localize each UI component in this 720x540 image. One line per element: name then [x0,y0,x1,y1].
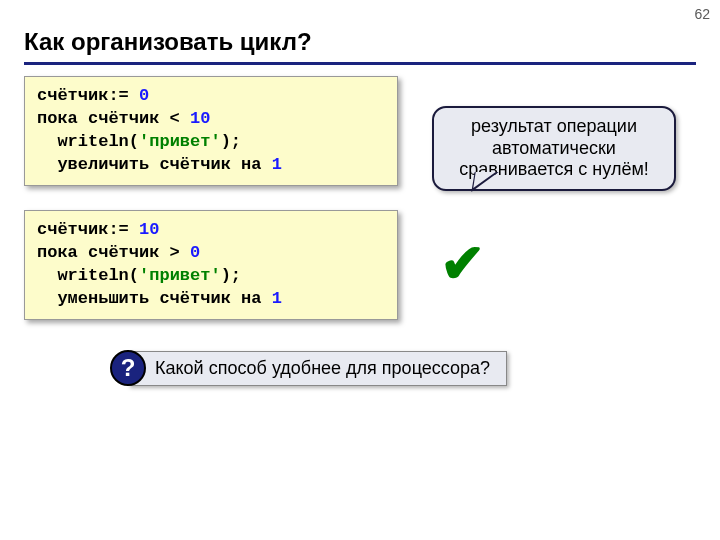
code-text: ); [221,266,241,285]
title-underline [24,62,696,65]
code-number: 1 [272,289,282,308]
code-text: счётчик:= [37,86,139,105]
code-number: 10 [190,109,210,128]
code-text: writeln( [37,266,139,285]
question-row: ? Какой способ удобнее для процессора? [110,350,507,386]
code-number: 1 [272,155,282,174]
code-number: 0 [139,86,149,105]
code-text: увеличить счётчик на [37,155,272,174]
question-mark-icon: ? [110,350,146,386]
code-number: 10 [139,220,159,239]
callout-bubble: результат операции автоматически сравнив… [432,106,676,191]
slide-title: Как организовать цикл? [24,28,312,56]
code-text: счётчик:= [37,220,139,239]
code-string: 'привет' [139,132,221,151]
code-text: writeln( [37,132,139,151]
code-string: 'привет' [139,266,221,285]
code-text: уменьшить счётчик на [37,289,272,308]
callout-line: результат операции [471,116,637,136]
code-number: 0 [190,243,200,262]
callout-line: автоматически [492,138,616,158]
check-icon: ✔ [440,232,485,295]
question-text: Какой способ удобнее для процессора? [128,351,507,386]
code-block-1: счётчик:= 0 пока счётчик < 10 writeln('п… [24,76,398,186]
code-block-2: счётчик:= 10 пока счётчик > 0 writeln('п… [24,210,398,320]
code-text: пока счётчик > [37,243,190,262]
code-text: пока счётчик < [37,109,190,128]
page-number: 62 [694,6,710,22]
code-text: ); [221,132,241,151]
